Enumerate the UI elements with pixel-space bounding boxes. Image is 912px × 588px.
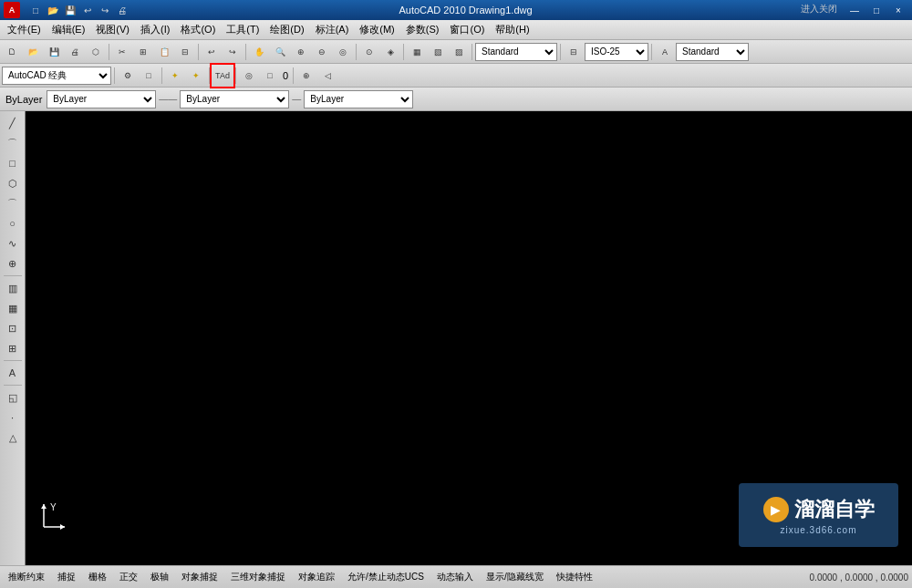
watermark: ▶ 溜溜自学 zixue.3d66.com bbox=[739, 483, 898, 547]
menu-view[interactable]: 视图(V) bbox=[90, 21, 135, 38]
menu-file[interactable]: 文件(E) bbox=[2, 21, 47, 38]
status-bar: 推断约束 捕捉 栅格 正交 极轴 对象捕捉 三维对象捕捉 对象追踪 允许/禁止动… bbox=[0, 565, 912, 588]
layer-extra2[interactable]: □ bbox=[260, 66, 280, 86]
textstyle-combo[interactable]: Standard bbox=[676, 43, 749, 61]
layer-prev-btn[interactable]: ◁ bbox=[317, 66, 337, 86]
status-ducs[interactable]: 允许/禁止动态UCS bbox=[343, 569, 429, 585]
undo-button[interactable]: ↩ bbox=[79, 2, 96, 18]
status-3dosnap[interactable]: 三维对象捕捉 bbox=[226, 569, 290, 585]
maximize-button[interactable]: □ bbox=[866, 3, 886, 17]
tool-line[interactable]: ╱ bbox=[1, 113, 25, 133]
tool-rectangle[interactable]: □ bbox=[1, 153, 25, 173]
tool-point[interactable]: · bbox=[1, 407, 25, 428]
tb-linetype[interactable]: ⊟ bbox=[564, 42, 584, 62]
left-sep3 bbox=[4, 385, 22, 386]
tool-circle[interactable]: ○ bbox=[1, 213, 25, 233]
tool-region[interactable]: ⊡ bbox=[1, 318, 25, 338]
status-infer[interactable]: 推断约束 bbox=[4, 569, 49, 585]
menu-dimension[interactable]: 标注(A) bbox=[310, 21, 355, 38]
status-osnap[interactable]: 对象捕捉 bbox=[177, 569, 223, 585]
sep-layer1 bbox=[114, 67, 115, 84]
layer-state-btn[interactable]: ✦ bbox=[186, 66, 206, 86]
status-qprop[interactable]: 快捷特性 bbox=[552, 569, 597, 585]
menu-insert[interactable]: 插入(I) bbox=[135, 21, 175, 38]
tb-copy[interactable]: ⊞ bbox=[133, 42, 153, 62]
status-lweight[interactable]: 显示/隐藏线宽 bbox=[482, 569, 548, 585]
new-button[interactable]: □ bbox=[27, 2, 44, 18]
menu-help[interactable]: 帮助(H) bbox=[490, 21, 534, 38]
tb-zoom3d[interactable]: ◎ bbox=[333, 42, 353, 62]
line-dash-label: —— bbox=[159, 94, 177, 104]
menu-bar: 文件(E) 编辑(E) 视图(V) 插入(I) 格式(O) 工具(T) 绘图(D… bbox=[0, 20, 912, 40]
tb-plotpreview[interactable]: ⬡ bbox=[86, 42, 106, 62]
workspace-select[interactable]: AutoCAD 经典 bbox=[2, 67, 111, 85]
status-grid[interactable]: 栅格 bbox=[84, 569, 111, 585]
toolbar-standard: 🗋 📂 💾 🖨 ⬡ ✂ ⊞ 📋 ⊟ ↩ ↪ ✋ 🔍 ⊕ ⊖ ◎ ⊙ ◈ ▦ ▧ … bbox=[0, 40, 912, 64]
tb-bylayer1[interactable]: ▦ bbox=[407, 42, 427, 62]
status-ortho[interactable]: 正交 bbox=[115, 569, 142, 585]
tb-plot[interactable]: 🖨 bbox=[65, 42, 85, 62]
tb-shade[interactable]: ◈ bbox=[380, 42, 400, 62]
print-button[interactable]: 🖨 bbox=[114, 2, 130, 18]
tb-namedviews[interactable]: ▨ bbox=[449, 42, 469, 62]
tb-textstyle[interactable]: A bbox=[655, 42, 675, 62]
menu-parametric[interactable]: 参数(S) bbox=[400, 21, 445, 38]
tb-3dorbit[interactable]: ⊙ bbox=[359, 42, 379, 62]
save-button[interactable]: 💾 bbox=[62, 2, 78, 18]
ucs-icon: Y bbox=[39, 500, 67, 538]
tool-gradient[interactable]: ▦ bbox=[1, 298, 25, 318]
tool-insert[interactable]: ◱ bbox=[1, 387, 25, 407]
tool-spline[interactable]: ∿ bbox=[1, 233, 25, 253]
tool-ellipse[interactable]: ⊕ bbox=[1, 253, 25, 273]
menu-format[interactable]: 格式(O) bbox=[175, 21, 221, 38]
redo-button[interactable]: ↪ bbox=[97, 2, 113, 18]
lineweight-dash-label: — bbox=[292, 94, 301, 104]
menu-tools[interactable]: 工具(T) bbox=[221, 21, 264, 38]
menu-window[interactable]: 窗口(O) bbox=[444, 21, 490, 38]
workspace-combo[interactable]: Standard bbox=[475, 43, 557, 61]
drawing-canvas[interactable]: Y ▶ 溜溜自学 zixue.3d66.com bbox=[26, 111, 912, 565]
tb-cut[interactable]: ✂ bbox=[112, 42, 132, 62]
minimize-button[interactable]: — bbox=[845, 3, 865, 17]
tb-matchprop[interactable]: ⊟ bbox=[175, 42, 195, 62]
layer-properties-btn[interactable]: □ bbox=[139, 66, 159, 86]
close-button[interactable]: × bbox=[888, 3, 908, 17]
layer-settings-btn[interactable]: ✦ bbox=[165, 66, 185, 86]
tb-zoom[interactable]: 🔍 bbox=[270, 42, 290, 62]
color-combo[interactable]: ByLayer bbox=[47, 90, 156, 108]
tb-redo[interactable]: ↪ bbox=[223, 42, 243, 62]
status-snap[interactable]: 捕捉 bbox=[53, 569, 80, 585]
status-polar[interactable]: 极轴 bbox=[146, 569, 173, 585]
tool-polyline[interactable]: ⌒ bbox=[1, 133, 25, 153]
tb-paste[interactable]: 📋 bbox=[154, 42, 174, 62]
tb-open[interactable]: 📂 bbox=[23, 42, 43, 62]
tool-3dface[interactable]: △ bbox=[1, 428, 25, 448]
tool-polygon[interactable]: ⬡ bbox=[1, 173, 25, 193]
layer-manager-btn[interactable]: ⚙ bbox=[118, 66, 138, 86]
layer-extra1[interactable]: ◎ bbox=[239, 66, 259, 86]
tb-bylayer2[interactable]: ▧ bbox=[428, 42, 448, 62]
tb-zoomprev[interactable]: ⊖ bbox=[312, 42, 332, 62]
menu-draw[interactable]: 绘图(D) bbox=[264, 21, 309, 38]
tb-save[interactable]: 💾 bbox=[44, 42, 64, 62]
tb-undo[interactable]: ↩ bbox=[202, 42, 222, 62]
dimstyle-combo[interactable]: ISO-25 bbox=[585, 43, 648, 61]
tool-table[interactable]: ⊞ bbox=[1, 338, 25, 358]
tb-pan[interactable]: ✋ bbox=[249, 42, 269, 62]
tb-new[interactable]: 🗋 bbox=[2, 42, 22, 62]
layer-filter-btn[interactable]: ⊕ bbox=[296, 66, 316, 86]
title-bar: A □ 📂 💾 ↩ ↪ 🖨 AutoCAD 2010 Drawing1.dwg … bbox=[0, 0, 912, 20]
tool-hatch[interactable]: ▥ bbox=[1, 278, 25, 298]
status-otrack[interactable]: 对象追踪 bbox=[294, 569, 339, 585]
ucs-axes-svg: Y bbox=[39, 500, 67, 536]
tool-mtext[interactable]: A bbox=[1, 363, 25, 383]
lineweight-combo[interactable]: ByLayer bbox=[304, 90, 413, 108]
status-dynin[interactable]: 动态输入 bbox=[432, 569, 478, 585]
tb-zoomwindow[interactable]: ⊕ bbox=[291, 42, 311, 62]
menu-edit[interactable]: 编辑(E) bbox=[47, 21, 91, 38]
layer-box-btn[interactable]: TAd bbox=[212, 66, 233, 86]
tool-arc[interactable]: ⌒ bbox=[1, 193, 25, 213]
menu-modify[interactable]: 修改(M) bbox=[354, 21, 400, 38]
linetype-combo[interactable]: ByLayer bbox=[180, 90, 289, 108]
open-button[interactable]: 📂 bbox=[45, 2, 61, 18]
